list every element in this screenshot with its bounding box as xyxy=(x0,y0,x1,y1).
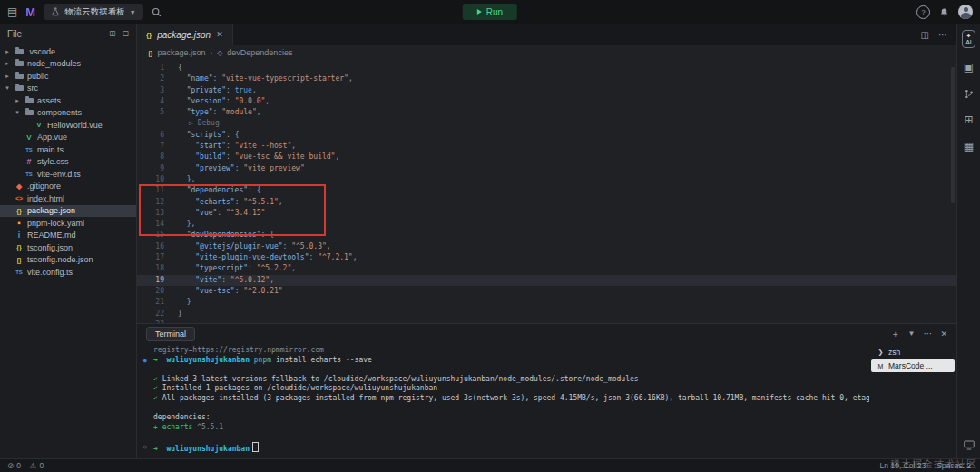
line-number[interactable]: 4 xyxy=(137,96,178,107)
line-number[interactable]: 17 xyxy=(137,252,178,263)
line-number[interactable]: 12 xyxy=(137,197,178,208)
code-line[interactable]: 1{ xyxy=(137,63,956,74)
line-number[interactable]: 2 xyxy=(137,74,178,84)
close-panel-icon[interactable]: ✕ xyxy=(940,329,947,339)
code-line[interactable]: 11 "dependencies": { xyxy=(137,185,956,196)
tree-item-vite-env-d-ts[interactable]: TSvite-env.d.ts xyxy=(0,168,136,181)
user-avatar[interactable] xyxy=(958,5,973,19)
code-line[interactable]: 16 "@vitejs/plugin-vue": "^5.0.3", xyxy=(137,241,956,252)
ai-assistant-icon[interactable]: ✦AI xyxy=(962,30,975,48)
line-number[interactable]: 16 xyxy=(137,241,178,252)
tab-terminal[interactable]: Terminal xyxy=(146,327,195,341)
code-line[interactable]: 5 "type": "module", xyxy=(137,107,956,118)
code-line[interactable]: 22} xyxy=(137,309,956,320)
line-number[interactable]: 1 xyxy=(137,63,178,74)
line-number[interactable]: 15 xyxy=(137,230,178,241)
breadcrumb-file[interactable]: package.json xyxy=(157,48,205,57)
codelens-row[interactable]: ▷ Debug xyxy=(137,118,956,129)
help-icon[interactable]: ? xyxy=(916,5,930,19)
tree-item-package-json[interactable]: {}package.json xyxy=(0,205,136,218)
chevron-down-icon[interactable]: ▼ xyxy=(908,329,916,338)
line-number[interactable]: 18 xyxy=(137,263,178,274)
line-number[interactable]: 7 xyxy=(137,141,178,152)
line-number[interactable]: 6 xyxy=(137,130,178,141)
code-line[interactable]: 10 }, xyxy=(137,174,956,185)
code-line[interactable]: 18 "typescript": "^5.2.2", xyxy=(137,263,956,274)
notifications-bell-icon[interactable] xyxy=(939,7,949,17)
tree-item-index-html[interactable]: <>index.html xyxy=(0,192,136,205)
line-number[interactable]: 8 xyxy=(137,152,178,162)
tab-package-json[interactable]: {} package.json ✕ xyxy=(137,24,233,45)
code-line[interactable]: 14 }, xyxy=(137,219,956,230)
line-number[interactable]: 5 xyxy=(137,107,178,118)
tree-item-components[interactable]: ▾components xyxy=(0,107,136,120)
line-number[interactable]: 22 xyxy=(137,309,178,320)
run-button[interactable]: Run xyxy=(463,4,517,20)
source-control-icon[interactable] xyxy=(961,86,977,101)
breadcrumb-symbol[interactable]: devDependencies xyxy=(227,48,292,57)
tree-item-public[interactable]: ▸public xyxy=(0,70,136,83)
code-line[interactable]: 19 "vite": "^5.0.12", xyxy=(137,275,956,286)
line-number[interactable]: 11 xyxy=(137,185,178,196)
search-icon[interactable] xyxy=(152,7,162,17)
code-line[interactable]: 17 "vite-plugin-vue-devtools": "^7.2.1", xyxy=(137,252,956,263)
close-tab-icon[interactable]: ✕ xyxy=(216,30,223,39)
new-terminal-icon[interactable]: ＋ xyxy=(891,328,900,340)
new-file-icon[interactable]: ⊞ xyxy=(109,29,116,38)
apps-grid-icon[interactable]: ▦ xyxy=(961,139,977,153)
code-line[interactable]: 21 } xyxy=(137,297,956,308)
remote-window-icon[interactable] xyxy=(961,438,977,452)
tree-item-helloworld-vue[interactable]: VHelloWorld.vue xyxy=(0,119,136,132)
sidebar-toggle-icon[interactable]: ▤ xyxy=(7,5,17,18)
tree-item-style-css[interactable]: #style.css xyxy=(0,156,136,169)
code-line[interactable]: 12 "echarts": "^5.5.1", xyxy=(137,197,956,208)
code-line[interactable]: 9 "preview": "vite preview" xyxy=(137,163,956,174)
tree-item-pnpm-lock-yaml[interactable]: ▪pnpm-lock.yaml xyxy=(0,217,136,230)
extensions-icon[interactable]: ⊞ xyxy=(961,113,977,127)
marscode-logo[interactable]: M xyxy=(25,5,35,19)
code-line[interactable]: 4 "version": "0.0.0", xyxy=(137,96,956,107)
tree-item--vscode[interactable]: ▸.vscode xyxy=(0,45,136,58)
tree-item-node-modules[interactable]: ▸node_modules xyxy=(0,58,136,71)
line-number[interactable]: 14 xyxy=(137,219,178,230)
tree-item-app-vue[interactable]: VApp.vue xyxy=(0,132,136,144)
tree-item-readme-md[interactable]: iREADME.md xyxy=(0,230,136,242)
line-number[interactable]: 9 xyxy=(137,163,178,174)
line-number[interactable]: 3 xyxy=(137,85,178,96)
tree-item-main-ts[interactable]: TSmain.ts xyxy=(0,143,136,156)
tree-item-tsconfig-node-json[interactable]: {}tsconfig.node.json xyxy=(0,254,136,267)
code-line[interactable]: 20 "vue-tsc": "^2.0.21" xyxy=(137,286,956,297)
line-number[interactable]: 21 xyxy=(137,297,178,308)
code-line[interactable]: 2 "name": "vite-vue-typescript-starter", xyxy=(137,74,956,84)
indentation-setting[interactable]: Spaces: 2 xyxy=(936,461,971,470)
line-number[interactable]: 19 xyxy=(137,275,178,286)
tree-item-tsconfig-json[interactable]: {}tsconfig.json xyxy=(0,241,136,254)
line-number[interactable] xyxy=(137,118,178,129)
line-number[interactable]: 23 xyxy=(137,320,178,323)
code-line[interactable]: 23 xyxy=(137,320,956,323)
code-line[interactable]: 7 "start": "vite --host", xyxy=(137,141,956,152)
code-editor[interactable]: 1{2 "name": "vite-vue-typescript-starter… xyxy=(137,60,956,323)
code-line[interactable]: 15 "devDependencies": { xyxy=(137,230,956,241)
cursor-position[interactable]: Ln 19, Col 23 xyxy=(880,461,926,470)
terminal-session-zsh[interactable]: ❯zsh xyxy=(871,346,955,359)
more-actions-icon[interactable]: ⋯ xyxy=(938,30,947,40)
codelens-debug[interactable]: ▷ Debug xyxy=(178,118,220,129)
warnings-indicator[interactable]: ⚠ 0 xyxy=(30,461,44,470)
line-number[interactable]: 10 xyxy=(137,174,178,185)
project-switcher[interactable]: 物流云数据看板 ▼ xyxy=(44,4,142,20)
editor-scrollbar[interactable] xyxy=(951,67,956,203)
line-number[interactable]: 13 xyxy=(137,208,178,219)
split-editor-icon[interactable]: ◫ xyxy=(921,30,929,40)
tree-item-src[interactable]: ▾src xyxy=(0,83,136,95)
terminal-content[interactable]: registry=https://registry.npmmirror.com●… xyxy=(137,343,869,458)
more-actions-icon[interactable]: ⋯ xyxy=(923,329,932,339)
terminal-session-marscode-[interactable]: MMarsCode ... xyxy=(871,359,955,372)
package-box-icon[interactable]: ▣ xyxy=(961,60,977,74)
errors-indicator[interactable]: ⊘ 0 xyxy=(7,461,21,470)
code-line[interactable]: 6 "scripts": { xyxy=(137,130,956,141)
tree-item-assets[interactable]: ▸assets xyxy=(0,94,136,107)
code-line[interactable]: 8 "build": "vue-tsc && vite build", xyxy=(137,152,956,162)
code-line[interactable]: 3 "private": true, xyxy=(137,85,956,96)
code-line[interactable]: 13 "vue": "^3.4.15" xyxy=(137,208,956,219)
